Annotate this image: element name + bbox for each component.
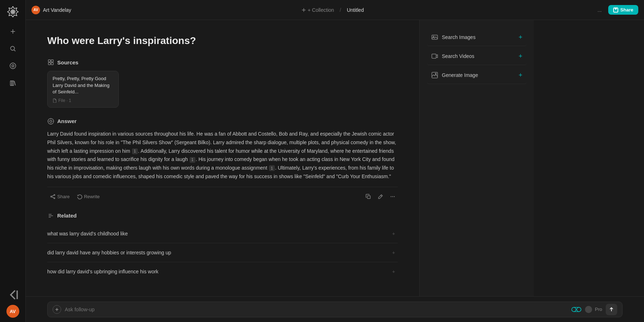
svg-point-2 [10, 47, 14, 50]
answer-label: Answer [57, 118, 77, 124]
svg-line-26 [52, 195, 54, 196]
generate-image-icon [431, 72, 438, 79]
more-answer-options-button[interactable] [387, 191, 398, 202]
rewrite-icon [77, 194, 82, 199]
library-button[interactable] [6, 76, 20, 90]
source-title: Pretty, Pretty, Pretty Good Larry David … [53, 75, 113, 95]
new-thread-button[interactable] [6, 24, 20, 39]
related-item-plus-icon: + [389, 248, 398, 257]
header-breadcrumb: + Collection / Untitled [75, 6, 590, 14]
source-meta: File · 1 [53, 98, 113, 103]
copy-icon [366, 194, 371, 199]
perplexity-logo-small [571, 307, 581, 312]
answer-header: Answer [47, 118, 398, 125]
header-actions: ... Share [594, 4, 638, 16]
search-videos-label: Search Videos [442, 53, 474, 59]
more-options-button[interactable]: ... [594, 4, 605, 16]
related-label: Related [57, 213, 77, 219]
search-images-label: Search Images [442, 34, 475, 40]
search-images-icon [431, 34, 438, 41]
svg-point-23 [54, 195, 55, 196]
main-content: Who were Larry's inspirations? Sources P… [26, 20, 419, 296]
share-answer-button[interactable]: Share [47, 192, 73, 201]
header-avatar: AV [31, 6, 40, 14]
mode-label: Pro [595, 307, 602, 312]
related-item[interactable]: how did larry david's upbringing influen… [47, 262, 398, 281]
discover-button[interactable] [6, 59, 20, 73]
bottom-bar: Pro [26, 296, 644, 322]
related-icon [47, 212, 54, 219]
sources-label: Sources [57, 59, 78, 65]
sources-icon [47, 59, 54, 66]
header: AV Art Vandelay + Collection / Untitled … [26, 0, 644, 20]
file-icon [53, 98, 57, 103]
edit-icon [378, 194, 383, 199]
followup-plus-button[interactable] [53, 305, 61, 314]
svg-point-40 [572, 307, 576, 312]
collapse-sidebar-button[interactable] [6, 288, 20, 302]
edit-button[interactable] [375, 191, 386, 202]
collection-button[interactable]: + Collection [298, 6, 337, 14]
rewrite-button[interactable]: Rewrite [74, 192, 103, 201]
app-logo[interactable] [6, 4, 20, 19]
collection-label: + Collection [308, 7, 334, 13]
rewrite-label: Rewrite [84, 194, 100, 199]
related-section: Related what was larry david's childhood… [47, 212, 398, 281]
search-images-plus-icon: + [518, 34, 522, 40]
svg-point-5 [12, 65, 14, 67]
source-card[interactable]: Pretty, Pretty, Pretty Good Larry David … [47, 71, 119, 108]
svg-point-24 [51, 196, 52, 197]
source-meta-text: File · 1 [58, 98, 71, 103]
svg-point-32 [394, 196, 394, 197]
svg-rect-14 [51, 60, 53, 62]
svg-point-37 [435, 73, 436, 74]
share-icon [50, 194, 55, 199]
send-icon [609, 307, 614, 312]
share-button[interactable]: Share [608, 5, 638, 15]
svg-point-30 [390, 196, 391, 197]
sidebar: AV [0, 0, 26, 322]
citation-1[interactable]: 1 [132, 148, 138, 154]
related-item[interactable]: what was larry david's childhood like + [47, 224, 398, 243]
related-item-text: did larry david have any hobbies or inte… [47, 250, 171, 255]
svg-point-4 [10, 63, 16, 69]
related-list: what was larry david's childhood like + … [47, 224, 398, 281]
sources-section: Sources Pretty, Pretty, Pretty Good Larr… [47, 59, 398, 108]
answer-text: Larry David found inspiration in various… [47, 130, 398, 181]
header-user[interactable]: AV Art Vandelay [31, 6, 71, 14]
sources-header: Sources [47, 59, 398, 66]
svg-point-17 [48, 118, 54, 124]
svg-rect-6 [10, 81, 12, 86]
generate-image-item[interactable]: Generate Image + [427, 67, 527, 84]
copy-button[interactable] [363, 191, 374, 202]
generate-image-label: Generate Image [442, 72, 478, 78]
related-item-plus-icon: + [389, 229, 398, 238]
ellipsis-icon [390, 194, 395, 199]
citation-2[interactable]: 1 [190, 157, 195, 163]
user-avatar-sidebar[interactable]: AV [6, 305, 19, 318]
related-item-plus-icon: + [389, 267, 398, 276]
right-panel: Search Images + Search Videos + [419, 20, 534, 296]
search-button[interactable] [6, 42, 20, 56]
svg-point-31 [392, 196, 393, 197]
svg-rect-35 [432, 54, 436, 58]
svg-rect-33 [432, 35, 438, 39]
search-images-item[interactable]: Search Images + [427, 29, 527, 46]
svg-rect-7 [12, 81, 14, 86]
svg-line-27 [52, 197, 54, 198]
svg-rect-28 [367, 196, 370, 199]
share-button-label: Share [620, 7, 633, 13]
svg-rect-16 [51, 63, 53, 65]
related-item[interactable]: did larry david have any hobbies or inte… [47, 243, 398, 262]
document-title[interactable]: Untitled [344, 6, 366, 14]
followup-input[interactable] [65, 307, 568, 312]
answer-icon [47, 118, 54, 125]
followup-mode-selector[interactable]: Pro [585, 306, 602, 313]
svg-point-18 [50, 120, 52, 122]
followup-send-button[interactable] [606, 304, 617, 315]
search-videos-item[interactable]: Search Videos + [427, 48, 527, 65]
breadcrumb-separator: / [340, 7, 341, 13]
share-answer-label: Share [57, 194, 70, 199]
citation-3[interactable]: 1 [269, 165, 275, 171]
generate-image-plus-icon: + [518, 72, 522, 78]
